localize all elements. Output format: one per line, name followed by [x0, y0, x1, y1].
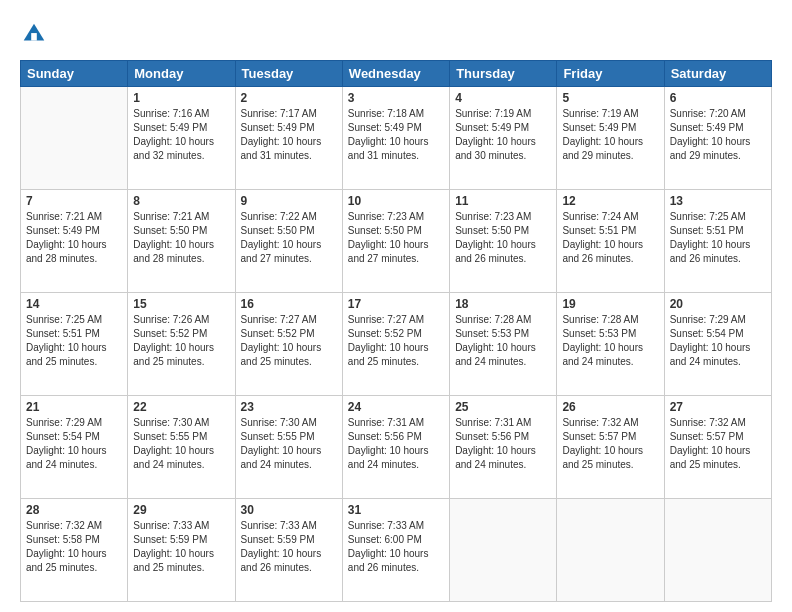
- col-header-thursday: Thursday: [450, 61, 557, 87]
- week-row-1: 1Sunrise: 7:16 AM Sunset: 5:49 PM Daylig…: [21, 87, 772, 190]
- day-info: Sunrise: 7:33 AM Sunset: 5:59 PM Dayligh…: [241, 519, 337, 575]
- week-row-3: 14Sunrise: 7:25 AM Sunset: 5:51 PM Dayli…: [21, 293, 772, 396]
- day-number: 26: [562, 400, 658, 414]
- day-number: 9: [241, 194, 337, 208]
- day-info: Sunrise: 7:23 AM Sunset: 5:50 PM Dayligh…: [348, 210, 444, 266]
- day-number: 4: [455, 91, 551, 105]
- col-header-friday: Friday: [557, 61, 664, 87]
- day-cell: 17Sunrise: 7:27 AM Sunset: 5:52 PM Dayli…: [342, 293, 449, 396]
- day-number: 1: [133, 91, 229, 105]
- day-number: 23: [241, 400, 337, 414]
- day-cell: 27Sunrise: 7:32 AM Sunset: 5:57 PM Dayli…: [664, 396, 771, 499]
- day-info: Sunrise: 7:22 AM Sunset: 5:50 PM Dayligh…: [241, 210, 337, 266]
- calendar-table: SundayMondayTuesdayWednesdayThursdayFrid…: [20, 60, 772, 602]
- day-info: Sunrise: 7:25 AM Sunset: 5:51 PM Dayligh…: [26, 313, 122, 369]
- day-info: Sunrise: 7:33 AM Sunset: 5:59 PM Dayligh…: [133, 519, 229, 575]
- week-row-5: 28Sunrise: 7:32 AM Sunset: 5:58 PM Dayli…: [21, 499, 772, 602]
- day-info: Sunrise: 7:21 AM Sunset: 5:49 PM Dayligh…: [26, 210, 122, 266]
- day-info: Sunrise: 7:30 AM Sunset: 5:55 PM Dayligh…: [133, 416, 229, 472]
- day-cell: 7Sunrise: 7:21 AM Sunset: 5:49 PM Daylig…: [21, 190, 128, 293]
- day-cell: 19Sunrise: 7:28 AM Sunset: 5:53 PM Dayli…: [557, 293, 664, 396]
- day-number: 27: [670, 400, 766, 414]
- svg-rect-1: [31, 33, 37, 40]
- day-cell: [664, 499, 771, 602]
- day-number: 20: [670, 297, 766, 311]
- day-cell: 14Sunrise: 7:25 AM Sunset: 5:51 PM Dayli…: [21, 293, 128, 396]
- page: SundayMondayTuesdayWednesdayThursdayFrid…: [0, 0, 792, 612]
- day-info: Sunrise: 7:31 AM Sunset: 5:56 PM Dayligh…: [348, 416, 444, 472]
- day-cell: 13Sunrise: 7:25 AM Sunset: 5:51 PM Dayli…: [664, 190, 771, 293]
- calendar-header-row: SundayMondayTuesdayWednesdayThursdayFrid…: [21, 61, 772, 87]
- day-info: Sunrise: 7:29 AM Sunset: 5:54 PM Dayligh…: [670, 313, 766, 369]
- day-info: Sunrise: 7:32 AM Sunset: 5:58 PM Dayligh…: [26, 519, 122, 575]
- day-info: Sunrise: 7:16 AM Sunset: 5:49 PM Dayligh…: [133, 107, 229, 163]
- day-info: Sunrise: 7:30 AM Sunset: 5:55 PM Dayligh…: [241, 416, 337, 472]
- day-cell: 26Sunrise: 7:32 AM Sunset: 5:57 PM Dayli…: [557, 396, 664, 499]
- day-info: Sunrise: 7:25 AM Sunset: 5:51 PM Dayligh…: [670, 210, 766, 266]
- day-cell: 2Sunrise: 7:17 AM Sunset: 5:49 PM Daylig…: [235, 87, 342, 190]
- day-number: 14: [26, 297, 122, 311]
- header: [20, 20, 772, 48]
- day-number: 3: [348, 91, 444, 105]
- day-cell: 21Sunrise: 7:29 AM Sunset: 5:54 PM Dayli…: [21, 396, 128, 499]
- day-number: 25: [455, 400, 551, 414]
- day-info: Sunrise: 7:27 AM Sunset: 5:52 PM Dayligh…: [348, 313, 444, 369]
- day-number: 15: [133, 297, 229, 311]
- day-cell: [450, 499, 557, 602]
- day-info: Sunrise: 7:32 AM Sunset: 5:57 PM Dayligh…: [670, 416, 766, 472]
- day-number: 31: [348, 503, 444, 517]
- day-cell: [21, 87, 128, 190]
- day-cell: 30Sunrise: 7:33 AM Sunset: 5:59 PM Dayli…: [235, 499, 342, 602]
- day-number: 30: [241, 503, 337, 517]
- logo-icon: [20, 20, 48, 48]
- day-info: Sunrise: 7:21 AM Sunset: 5:50 PM Dayligh…: [133, 210, 229, 266]
- col-header-wednesday: Wednesday: [342, 61, 449, 87]
- day-cell: 31Sunrise: 7:33 AM Sunset: 6:00 PM Dayli…: [342, 499, 449, 602]
- day-info: Sunrise: 7:28 AM Sunset: 5:53 PM Dayligh…: [562, 313, 658, 369]
- day-cell: 9Sunrise: 7:22 AM Sunset: 5:50 PM Daylig…: [235, 190, 342, 293]
- day-number: 18: [455, 297, 551, 311]
- day-info: Sunrise: 7:28 AM Sunset: 5:53 PM Dayligh…: [455, 313, 551, 369]
- day-number: 19: [562, 297, 658, 311]
- day-info: Sunrise: 7:26 AM Sunset: 5:52 PM Dayligh…: [133, 313, 229, 369]
- day-cell: 23Sunrise: 7:30 AM Sunset: 5:55 PM Dayli…: [235, 396, 342, 499]
- day-cell: 3Sunrise: 7:18 AM Sunset: 5:49 PM Daylig…: [342, 87, 449, 190]
- day-cell: 10Sunrise: 7:23 AM Sunset: 5:50 PM Dayli…: [342, 190, 449, 293]
- day-info: Sunrise: 7:24 AM Sunset: 5:51 PM Dayligh…: [562, 210, 658, 266]
- day-info: Sunrise: 7:17 AM Sunset: 5:49 PM Dayligh…: [241, 107, 337, 163]
- day-number: 17: [348, 297, 444, 311]
- day-number: 21: [26, 400, 122, 414]
- day-info: Sunrise: 7:27 AM Sunset: 5:52 PM Dayligh…: [241, 313, 337, 369]
- day-cell: 8Sunrise: 7:21 AM Sunset: 5:50 PM Daylig…: [128, 190, 235, 293]
- day-cell: 11Sunrise: 7:23 AM Sunset: 5:50 PM Dayli…: [450, 190, 557, 293]
- day-number: 22: [133, 400, 229, 414]
- day-number: 2: [241, 91, 337, 105]
- day-number: 11: [455, 194, 551, 208]
- week-row-4: 21Sunrise: 7:29 AM Sunset: 5:54 PM Dayli…: [21, 396, 772, 499]
- day-number: 28: [26, 503, 122, 517]
- day-info: Sunrise: 7:33 AM Sunset: 6:00 PM Dayligh…: [348, 519, 444, 575]
- day-info: Sunrise: 7:18 AM Sunset: 5:49 PM Dayligh…: [348, 107, 444, 163]
- day-number: 12: [562, 194, 658, 208]
- day-cell: [557, 499, 664, 602]
- day-number: 10: [348, 194, 444, 208]
- logo: [20, 20, 52, 48]
- day-number: 5: [562, 91, 658, 105]
- col-header-sunday: Sunday: [21, 61, 128, 87]
- day-cell: 5Sunrise: 7:19 AM Sunset: 5:49 PM Daylig…: [557, 87, 664, 190]
- day-info: Sunrise: 7:19 AM Sunset: 5:49 PM Dayligh…: [455, 107, 551, 163]
- day-cell: 25Sunrise: 7:31 AM Sunset: 5:56 PM Dayli…: [450, 396, 557, 499]
- day-cell: 6Sunrise: 7:20 AM Sunset: 5:49 PM Daylig…: [664, 87, 771, 190]
- day-number: 6: [670, 91, 766, 105]
- day-number: 7: [26, 194, 122, 208]
- day-cell: 24Sunrise: 7:31 AM Sunset: 5:56 PM Dayli…: [342, 396, 449, 499]
- day-cell: 16Sunrise: 7:27 AM Sunset: 5:52 PM Dayli…: [235, 293, 342, 396]
- week-row-2: 7Sunrise: 7:21 AM Sunset: 5:49 PM Daylig…: [21, 190, 772, 293]
- day-number: 16: [241, 297, 337, 311]
- day-info: Sunrise: 7:20 AM Sunset: 5:49 PM Dayligh…: [670, 107, 766, 163]
- day-cell: 4Sunrise: 7:19 AM Sunset: 5:49 PM Daylig…: [450, 87, 557, 190]
- day-cell: 18Sunrise: 7:28 AM Sunset: 5:53 PM Dayli…: [450, 293, 557, 396]
- day-cell: 20Sunrise: 7:29 AM Sunset: 5:54 PM Dayli…: [664, 293, 771, 396]
- col-header-monday: Monday: [128, 61, 235, 87]
- day-cell: 15Sunrise: 7:26 AM Sunset: 5:52 PM Dayli…: [128, 293, 235, 396]
